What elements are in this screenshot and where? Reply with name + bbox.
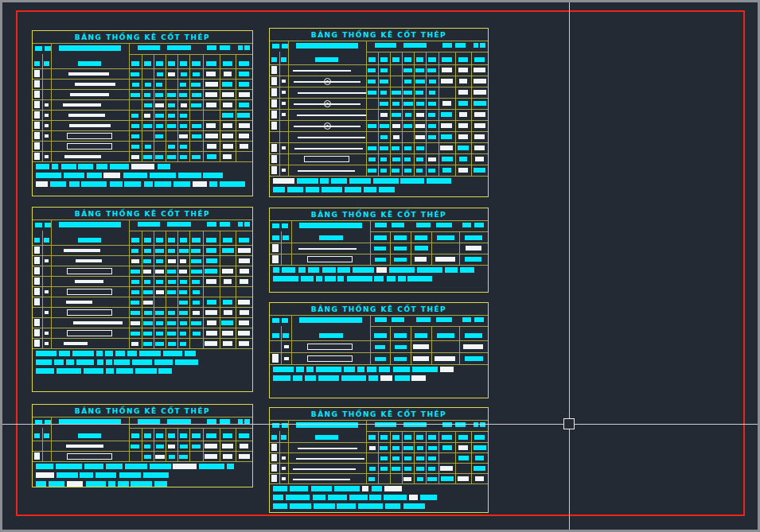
crosshair-vline [569,0,570,532]
cad-viewport[interactable]: BẢNG THỐNG KÊ CỐT THÉPBẢNG THỐNG KÊ CỐT … [0,0,760,532]
crosshair-cursor [0,0,760,532]
crosshair-hline [0,424,760,425]
crosshair-pickbox [563,418,575,429]
